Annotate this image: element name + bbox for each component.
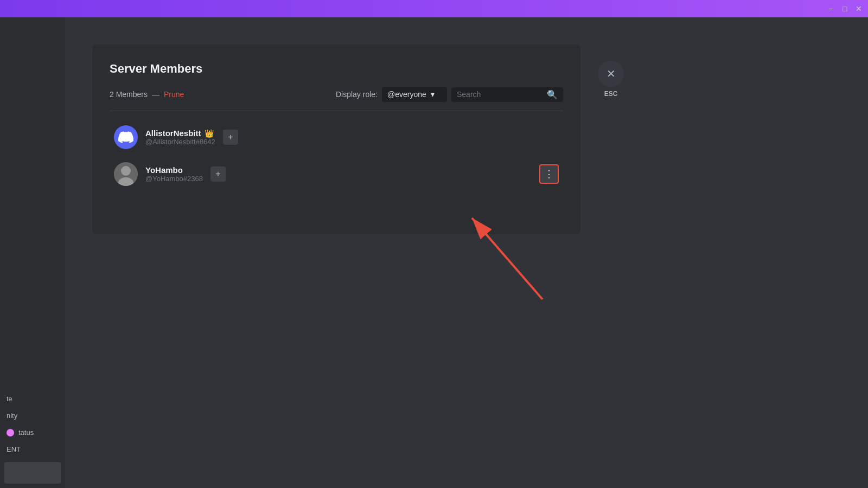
role-value: @everyone [387,90,426,99]
members-count-area: 2 Members — Prune [110,90,184,99]
member-name: AllistorNesbitt 👑 [145,129,215,138]
title-bar: − □ ✕ [0,0,868,17]
member-name: YoHambo [145,165,203,175]
member-tag: @AllistorNesbitt#8642 [145,138,215,146]
esc-label: ESC [604,90,618,98]
search-input[interactable] [457,90,544,99]
members-bar: 2 Members — Prune Display role: @everyon… [110,87,563,102]
sidebar-item-status[interactable]: tatus [0,424,65,441]
main-content: ✕ ESC Server Members 2 Members — Prune D… [65,17,868,488]
avatar [114,162,138,186]
modal-title: Server Members [110,62,563,76]
search-icon: 🔍 [547,89,558,100]
member-info: YoHambo @YoHambo#2368 [145,165,203,183]
crown-icon: 👑 [205,129,214,138]
member-row: AllistorNesbitt 👑 @AllistorNesbitt#8642 … [110,120,563,155]
esc-button-container: ✕ ESC [598,61,624,98]
minimize-button[interactable]: − [826,4,835,14]
close-button[interactable]: ✕ [854,4,864,14]
sidebar: te nity tatus ENT [0,17,65,488]
prune-link[interactable]: Prune [164,90,184,99]
maximize-button[interactable]: □ [840,4,850,14]
esc-close-button[interactable]: ✕ [598,61,624,87]
member-info: AllistorNesbitt 👑 @AllistorNesbitt#8642 [145,129,215,146]
sidebar-status-label: tatus [18,428,34,436]
window-controls: − □ ✕ [826,4,864,14]
add-role-button[interactable]: + [223,130,238,145]
add-role-button[interactable]: + [210,166,226,182]
member-tag: @YoHambo#2368 [145,175,203,183]
server-members-modal: ✕ ESC Server Members 2 Members — Prune D… [92,44,580,234]
sidebar-item-nity[interactable]: nity [0,407,65,424]
sidebar-item-ent[interactable]: ENT [0,441,65,458]
role-dropdown[interactable]: @everyone ▾ [382,87,447,102]
svg-line-4 [472,218,542,299]
avatar [114,125,138,149]
three-dot-menu-button[interactable]: ⋮ [539,164,559,184]
modal-overlay: ✕ ESC Server Members 2 Members — Prune D… [65,17,868,488]
members-count-text: 2 Members [110,90,148,99]
members-dash: — [152,90,159,99]
search-box: 🔍 [451,87,563,102]
chevron-down-icon: ▾ [431,90,435,99]
svg-point-1 [121,166,131,176]
display-role-label: Display role: [336,90,378,99]
status-dot-icon [7,429,14,436]
display-role-area: Display role: @everyone ▾ 🔍 [336,87,563,102]
member-row: YoHambo @YoHambo#2368 + ⋮ [110,157,563,191]
divider [110,111,563,111]
sidebar-item-te[interactable]: te [0,390,65,407]
